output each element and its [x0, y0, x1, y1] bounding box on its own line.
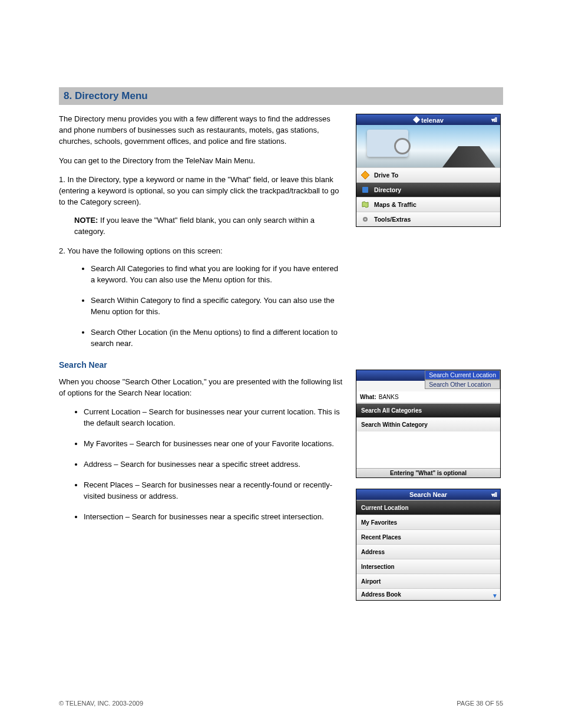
- menu-label: Drive To: [374, 172, 398, 179]
- menu-access-paragraph: You can get to the Directory from the Te…: [59, 156, 344, 167]
- subsection-heading-search-near: Search Near: [59, 359, 344, 371]
- list-item-recent-places[interactable]: Recent Places: [356, 529, 500, 544]
- list-item: My Favorites – Search for businesses nea…: [84, 439, 344, 450]
- list-item: Address – Search for businesses near a s…: [84, 459, 344, 470]
- what-label: What:: [360, 394, 376, 400]
- body-text: The Directory menu provides you with a f…: [59, 114, 344, 601]
- search-near-list: Current Location – Search for businesses…: [59, 407, 344, 522]
- list-item-address[interactable]: Address: [356, 544, 500, 559]
- step-1: 1. In the Directory, type a keyword or n…: [59, 174, 344, 208]
- step-2: 2. You have the following options on thi…: [59, 246, 344, 257]
- what-input[interactable]: BANKS: [379, 394, 399, 400]
- list-item-address-book[interactable]: Address Book: [356, 588, 500, 600]
- intro-paragraph: The Directory menu provides you with a f…: [59, 114, 344, 147]
- section-heading: 8. Directory Menu: [59, 87, 503, 105]
- diamond-icon: [360, 170, 371, 180]
- menu-label: Tools/Extras: [374, 216, 411, 223]
- footer-page-number: PAGE 38 OF 55: [457, 700, 503, 707]
- device-header: telenav ▾ıll: [356, 114, 500, 125]
- list-item-airport[interactable]: Airport: [356, 574, 500, 588]
- footer-copyright: © TELENAV, INC. 2003-2009: [59, 700, 143, 707]
- row-search-within-category[interactable]: Search Within Category: [356, 417, 500, 431]
- device-screenshot-search-near: Search Near ▾ıll Current Location My Fav…: [356, 489, 501, 601]
- list-item: Recent Places – Search for businesses ne…: [84, 480, 344, 502]
- screen-title: Search Near: [409, 491, 447, 498]
- list-item: Current Location – Search for businesses…: [84, 407, 344, 429]
- menu-label: Maps & Traffic: [374, 201, 416, 208]
- menu-label: Directory: [374, 186, 401, 193]
- svg-point-2: [365, 219, 366, 220]
- magnifier-icon: [394, 138, 411, 154]
- device-screenshot-search-popup: Search Current Location Search Other Loc…: [356, 370, 501, 478]
- device-toolbar: Search Current Location Search Other Loc…: [356, 370, 500, 381]
- page-footer: © TELENAV, INC. 2003-2009 PAGE 38 OF 55: [59, 700, 503, 707]
- menu-option-search-current[interactable]: Search Current Location: [425, 370, 500, 380]
- gear-icon: [360, 215, 371, 224]
- device-screenshot-main-menu: telenav ▾ıll Drive To Directory: [356, 114, 501, 227]
- step-2-bullets: Search All Categories to find what you a…: [59, 263, 344, 349]
- menu-option-search-other[interactable]: Search Other Location: [425, 380, 500, 389]
- context-menu: Search Current Location Search Other Loc…: [425, 370, 500, 389]
- what-field-row: What: BANKS: [356, 391, 500, 403]
- list-item-my-favorites[interactable]: My Favorites: [356, 515, 500, 529]
- menu-item-drive-to[interactable]: Drive To: [356, 167, 500, 182]
- list-item-intersection[interactable]: Intersection: [356, 559, 500, 574]
- device-header: Search Near ▾ıll: [356, 489, 500, 500]
- row-search-all-categories[interactable]: Search All Categories: [356, 403, 500, 417]
- bullet-item: Search Within Category to find a specifi…: [91, 295, 344, 318]
- scroll-down-icon[interactable]: ▼: [492, 592, 498, 599]
- menu-item-maps-traffic[interactable]: Maps & Traffic: [356, 197, 500, 212]
- menu-item-tools-extras[interactable]: Tools/Extras: [356, 212, 500, 226]
- bullet-item: Search All Categories to find what you a…: [91, 263, 344, 286]
- road-graphic: [442, 146, 495, 167]
- book-icon: [360, 185, 371, 195]
- search-near-intro: When you choose "Search Other Location,"…: [59, 377, 344, 399]
- list-item: Intersection – Search for businesses nea…: [84, 512, 344, 523]
- list-item-current-location[interactable]: Current Location: [356, 500, 500, 515]
- brand-logo: telenav: [413, 116, 444, 124]
- svg-rect-0: [362, 187, 368, 193]
- bullet-item: Search Other Location (in the Menu optio…: [91, 327, 344, 350]
- device-banner: [356, 125, 500, 167]
- step-1-note: NOTE: If you leave the "What" field blan…: [59, 215, 344, 238]
- signal-icon: ▾ıll: [491, 117, 497, 123]
- map-icon: [360, 200, 371, 209]
- hint-bar: Entering "What" is optional: [356, 468, 500, 477]
- note-text: If you leave the "What" field blank, you…: [74, 216, 315, 236]
- note-label: NOTE:: [74, 216, 98, 225]
- signal-icon: ▾ıll: [491, 492, 497, 498]
- menu-item-directory[interactable]: Directory: [356, 182, 500, 197]
